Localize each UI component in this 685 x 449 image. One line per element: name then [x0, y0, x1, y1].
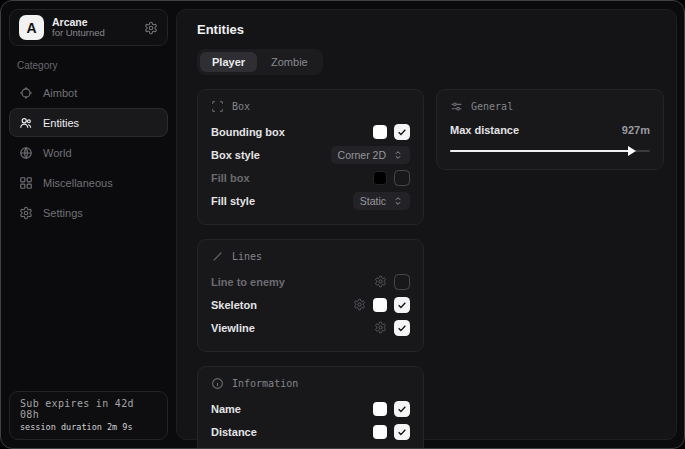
crosshair-icon [19, 86, 33, 100]
gear-icon[interactable] [374, 275, 387, 288]
brand-card: A Arcane for Unturned [9, 9, 168, 46]
setting-row: Skeleton [211, 293, 410, 316]
gear-icon[interactable] [144, 21, 158, 35]
brand-subtitle: for Unturned [52, 28, 136, 39]
diagonal-line-icon [211, 250, 224, 263]
sidebar-item-label: Aimbot [43, 87, 77, 99]
globe-icon [19, 146, 33, 160]
color-swatch[interactable] [373, 125, 387, 139]
setting-row: Line to enemy [211, 270, 410, 293]
sidebar-item-label: Settings [43, 207, 83, 219]
setting-row: Box style Corner 2D [211, 143, 410, 166]
name-checkbox[interactable] [394, 401, 410, 417]
card-title: Information [232, 378, 298, 389]
setting-row: Max distance 927m [450, 120, 650, 140]
main-panel: Entities Player Zombie Box Bounding box [176, 9, 677, 440]
setting-row: Bounding box [211, 120, 410, 143]
dropdown-value: Corner 2D [338, 149, 386, 161]
sidebar-item-miscellaneous[interactable]: Miscellaneous [9, 168, 168, 197]
app-window: A Arcane for Unturned Category Aimbot [0, 0, 685, 449]
setting-label: Skeleton [211, 299, 257, 311]
fill-box-checkbox[interactable] [394, 170, 410, 186]
sidebar-nav: Aimbot Entities World Miscellaneous [9, 78, 168, 227]
setting-label: Line to enemy [211, 276, 285, 288]
color-swatch[interactable] [373, 171, 387, 185]
color-swatch[interactable] [373, 402, 387, 416]
page-title: Entities [197, 22, 664, 37]
tab-player[interactable]: Player [200, 52, 257, 72]
category-label: Category [17, 60, 160, 71]
sub-expiry-text: Sub expires in 42d 08h [20, 398, 157, 420]
box-style-dropdown[interactable]: Corner 2D [331, 146, 410, 164]
scan-frame-icon [211, 100, 224, 113]
setting-row: Viewline [211, 316, 410, 339]
slider-thumb[interactable] [628, 146, 636, 156]
setting-row: Fill style Static [211, 189, 410, 212]
setting-label: Fill box [211, 172, 250, 184]
setting-row: Name [211, 397, 410, 420]
box-card: Box Bounding box Box style [197, 89, 424, 225]
subscription-card: Sub expires in 42d 08h session duration … [9, 391, 168, 440]
general-card: General Max distance 927m [436, 89, 664, 170]
sliders-icon [450, 100, 463, 113]
sidebar-item-label: World [43, 147, 72, 159]
setting-label: Bounding box [211, 126, 285, 138]
gear-icon[interactable] [353, 298, 366, 311]
max-distance-slider[interactable] [450, 145, 650, 157]
session-duration-text: session duration 2m 9s [20, 422, 157, 432]
sidebar-item-world[interactable]: World [9, 138, 168, 167]
tab-zombie[interactable]: Zombie [259, 52, 320, 72]
sidebar-item-label: Miscellaneous [43, 177, 113, 189]
chevrons-up-down-icon [393, 196, 403, 206]
setting-label: Name [211, 403, 241, 415]
sidebar: A Arcane for Unturned Category Aimbot [1, 1, 176, 448]
distance-checkbox[interactable] [394, 424, 410, 440]
setting-label: Max distance [450, 124, 519, 136]
lines-card: Lines Line to enemy Skeleton [197, 239, 424, 352]
users-icon [19, 116, 33, 130]
card-title: Box [232, 101, 250, 112]
card-title: Lines [232, 251, 262, 262]
card-title: General [471, 101, 513, 112]
entity-tabs: Player Zombie [197, 49, 323, 75]
fill-style-dropdown[interactable]: Static [353, 192, 410, 210]
info-icon [211, 377, 224, 390]
sidebar-item-settings[interactable]: Settings [9, 198, 168, 227]
slider-fill [450, 150, 634, 152]
sidebar-item-label: Entities [43, 117, 79, 129]
chevrons-up-down-icon [393, 150, 403, 160]
setting-label: Distance [211, 426, 257, 438]
gear-icon [19, 206, 33, 220]
bounding-box-checkbox[interactable] [394, 124, 410, 140]
setting-label: Box style [211, 149, 260, 161]
viewline-checkbox[interactable] [394, 320, 410, 336]
color-swatch[interactable] [373, 425, 387, 439]
grid-icon [19, 176, 33, 190]
setting-label: Fill style [211, 195, 255, 207]
setting-row: Fill box [211, 166, 410, 189]
information-card: Information Name Distance [197, 366, 424, 449]
line-to-enemy-checkbox[interactable] [394, 274, 410, 290]
dropdown-value: Static [360, 195, 386, 207]
skeleton-checkbox[interactable] [394, 297, 410, 313]
setting-row: Distance [211, 420, 410, 443]
max-distance-value: 927m [622, 124, 650, 136]
color-swatch[interactable] [373, 298, 387, 312]
gear-icon[interactable] [374, 321, 387, 334]
sidebar-item-entities[interactable]: Entities [9, 108, 168, 137]
setting-label: Viewline [211, 322, 255, 334]
sidebar-item-aimbot[interactable]: Aimbot [9, 78, 168, 107]
brand-logo: A [19, 15, 44, 40]
